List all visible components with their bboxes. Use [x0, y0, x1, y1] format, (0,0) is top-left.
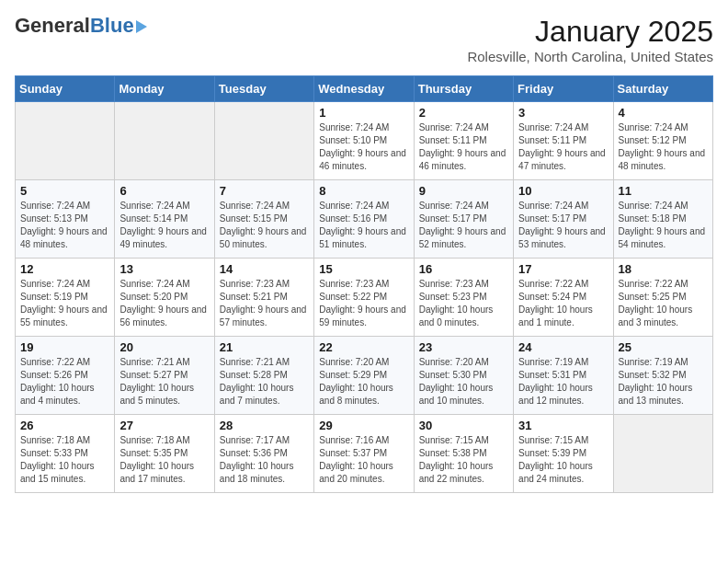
calendar-cell: 6Sunrise: 7:24 AM Sunset: 5:14 PM Daylig…: [115, 180, 214, 259]
day-info: Sunrise: 7:22 AM Sunset: 5:26 PM Dayligh…: [20, 356, 109, 408]
weekday-header-saturday: Saturday: [613, 76, 712, 102]
day-info: Sunrise: 7:24 AM Sunset: 5:11 PM Dayligh…: [419, 121, 508, 173]
page-title: January 2025: [467, 15, 713, 49]
day-info: Sunrise: 7:24 AM Sunset: 5:10 PM Dayligh…: [319, 121, 408, 173]
calendar-cell: 25Sunrise: 7:19 AM Sunset: 5:32 PM Dayli…: [613, 337, 712, 415]
day-number: 24: [518, 340, 608, 354]
calendar-cell: 29Sunrise: 7:16 AM Sunset: 5:37 PM Dayli…: [314, 415, 414, 493]
day-info: Sunrise: 7:23 AM Sunset: 5:23 PM Dayligh…: [419, 278, 508, 329]
logo-general: General: [15, 14, 90, 37]
calendar-cell: 19Sunrise: 7:22 AM Sunset: 5:26 PM Dayli…: [16, 337, 115, 415]
day-info: Sunrise: 7:15 AM Sunset: 5:38 PM Dayligh…: [419, 434, 508, 486]
day-info: Sunrise: 7:19 AM Sunset: 5:31 PM Dayligh…: [518, 356, 608, 408]
day-info: Sunrise: 7:21 AM Sunset: 5:27 PM Dayligh…: [119, 356, 209, 408]
day-number: 7: [220, 184, 309, 198]
calendar-cell: 2Sunrise: 7:24 AM Sunset: 5:11 PM Daylig…: [414, 102, 513, 180]
day-info: Sunrise: 7:24 AM Sunset: 5:14 PM Dayligh…: [119, 200, 209, 251]
calendar-cell: 9Sunrise: 7:24 AM Sunset: 5:17 PM Daylig…: [414, 180, 513, 259]
calendar-cell: 26Sunrise: 7:18 AM Sunset: 5:33 PM Dayli…: [16, 415, 115, 493]
day-info: Sunrise: 7:24 AM Sunset: 5:20 PM Dayligh…: [119, 278, 209, 329]
calendar-cell: 21Sunrise: 7:21 AM Sunset: 5:28 PM Dayli…: [214, 337, 313, 415]
calendar-cell: 13Sunrise: 7:24 AM Sunset: 5:20 PM Dayli…: [115, 259, 214, 337]
day-number: 23: [419, 340, 508, 354]
day-number: 9: [419, 184, 508, 198]
calendar-cell: 15Sunrise: 7:23 AM Sunset: 5:22 PM Dayli…: [314, 259, 414, 337]
calendar-week-row: 12Sunrise: 7:24 AM Sunset: 5:19 PM Dayli…: [16, 259, 713, 337]
calendar-cell: [16, 102, 115, 180]
day-info: Sunrise: 7:18 AM Sunset: 5:33 PM Dayligh…: [20, 434, 109, 486]
calendar-cell: 10Sunrise: 7:24 AM Sunset: 5:17 PM Dayli…: [514, 180, 613, 259]
calendar-cell: [613, 415, 712, 493]
day-info: Sunrise: 7:24 AM Sunset: 5:17 PM Dayligh…: [419, 200, 508, 251]
calendar-cell: [214, 102, 313, 180]
day-info: Sunrise: 7:24 AM Sunset: 5:19 PM Dayligh…: [20, 278, 109, 329]
calendar-week-row: 26Sunrise: 7:18 AM Sunset: 5:33 PM Dayli…: [16, 415, 713, 493]
day-info: Sunrise: 7:22 AM Sunset: 5:24 PM Dayligh…: [518, 278, 608, 329]
weekday-header-sunday: Sunday: [16, 76, 115, 102]
title-block: January 2025 Rolesville, North Carolina,…: [467, 15, 713, 64]
logo-arrow-icon: [136, 20, 147, 33]
day-info: Sunrise: 7:22 AM Sunset: 5:25 PM Dayligh…: [619, 278, 708, 329]
day-number: 14: [220, 262, 309, 276]
day-number: 17: [518, 262, 608, 276]
day-info: Sunrise: 7:16 AM Sunset: 5:37 PM Dayligh…: [319, 434, 408, 486]
day-info: Sunrise: 7:24 AM Sunset: 5:12 PM Dayligh…: [619, 121, 708, 173]
weekday-header-friday: Friday: [514, 76, 613, 102]
day-info: Sunrise: 7:20 AM Sunset: 5:29 PM Dayligh…: [319, 356, 408, 408]
day-number: 4: [619, 106, 708, 120]
day-number: 3: [518, 106, 608, 120]
day-number: 28: [220, 419, 309, 432]
calendar-cell: 16Sunrise: 7:23 AM Sunset: 5:23 PM Dayli…: [414, 259, 513, 337]
calendar-cell: 3Sunrise: 7:24 AM Sunset: 5:11 PM Daylig…: [514, 102, 613, 180]
day-number: 27: [119, 419, 209, 432]
day-number: 29: [319, 419, 408, 432]
day-number: 10: [518, 184, 608, 198]
weekday-header-thursday: Thursday: [414, 76, 513, 102]
day-info: Sunrise: 7:24 AM Sunset: 5:11 PM Dayligh…: [518, 121, 608, 173]
calendar-cell: 31Sunrise: 7:15 AM Sunset: 5:39 PM Dayli…: [514, 415, 613, 493]
logo: GeneralBlue: [15, 15, 147, 37]
day-info: Sunrise: 7:20 AM Sunset: 5:30 PM Dayligh…: [419, 356, 508, 408]
day-info: Sunrise: 7:24 AM Sunset: 5:15 PM Dayligh…: [220, 200, 309, 251]
day-number: 31: [518, 419, 608, 432]
calendar-cell: 8Sunrise: 7:24 AM Sunset: 5:16 PM Daylig…: [314, 180, 414, 259]
calendar-cell: 20Sunrise: 7:21 AM Sunset: 5:27 PM Dayli…: [115, 337, 214, 415]
day-info: Sunrise: 7:24 AM Sunset: 5:16 PM Dayligh…: [319, 200, 408, 251]
day-number: 11: [619, 184, 708, 198]
day-number: 20: [119, 340, 209, 354]
logo-text: GeneralBlue: [15, 15, 147, 37]
calendar-cell: 5Sunrise: 7:24 AM Sunset: 5:13 PM Daylig…: [16, 180, 115, 259]
day-number: 13: [119, 262, 209, 276]
day-number: 15: [319, 262, 408, 276]
day-number: 26: [20, 419, 109, 432]
calendar-cell: 12Sunrise: 7:24 AM Sunset: 5:19 PM Dayli…: [16, 259, 115, 337]
day-number: 16: [419, 262, 508, 276]
day-info: Sunrise: 7:23 AM Sunset: 5:22 PM Dayligh…: [319, 278, 408, 329]
weekday-header-wednesday: Wednesday: [314, 76, 414, 102]
calendar-cell: 4Sunrise: 7:24 AM Sunset: 5:12 PM Daylig…: [613, 102, 712, 180]
weekday-header-tuesday: Tuesday: [214, 76, 313, 102]
day-number: 18: [619, 262, 708, 276]
calendar-cell: 7Sunrise: 7:24 AM Sunset: 5:15 PM Daylig…: [214, 180, 313, 259]
logo-blue: Blue: [90, 14, 134, 37]
day-number: 2: [419, 106, 508, 120]
day-info: Sunrise: 7:17 AM Sunset: 5:36 PM Dayligh…: [220, 434, 309, 486]
page-subtitle: Rolesville, North Carolina, United State…: [467, 49, 713, 64]
calendar-header-row: SundayMondayTuesdayWednesdayThursdayFrid…: [16, 76, 713, 102]
calendar-table: SundayMondayTuesdayWednesdayThursdayFrid…: [15, 75, 713, 493]
day-info: Sunrise: 7:19 AM Sunset: 5:32 PM Dayligh…: [619, 356, 708, 408]
calendar-week-row: 5Sunrise: 7:24 AM Sunset: 5:13 PM Daylig…: [16, 180, 713, 259]
calendar-cell: 30Sunrise: 7:15 AM Sunset: 5:38 PM Dayli…: [414, 415, 513, 493]
day-number: 25: [619, 340, 708, 354]
day-info: Sunrise: 7:24 AM Sunset: 5:13 PM Dayligh…: [20, 200, 109, 251]
calendar-cell: 17Sunrise: 7:22 AM Sunset: 5:24 PM Dayli…: [514, 259, 613, 337]
calendar-cell: 23Sunrise: 7:20 AM Sunset: 5:30 PM Dayli…: [414, 337, 513, 415]
page-header: GeneralBlue January 2025 Rolesville, Nor…: [15, 15, 713, 64]
day-info: Sunrise: 7:23 AM Sunset: 5:21 PM Dayligh…: [220, 278, 309, 329]
day-number: 5: [20, 184, 109, 198]
calendar-cell: 27Sunrise: 7:18 AM Sunset: 5:35 PM Dayli…: [115, 415, 214, 493]
calendar-week-row: 1Sunrise: 7:24 AM Sunset: 5:10 PM Daylig…: [16, 102, 713, 180]
day-number: 8: [319, 184, 408, 198]
calendar-cell: 22Sunrise: 7:20 AM Sunset: 5:29 PM Dayli…: [314, 337, 414, 415]
day-info: Sunrise: 7:21 AM Sunset: 5:28 PM Dayligh…: [220, 356, 309, 408]
